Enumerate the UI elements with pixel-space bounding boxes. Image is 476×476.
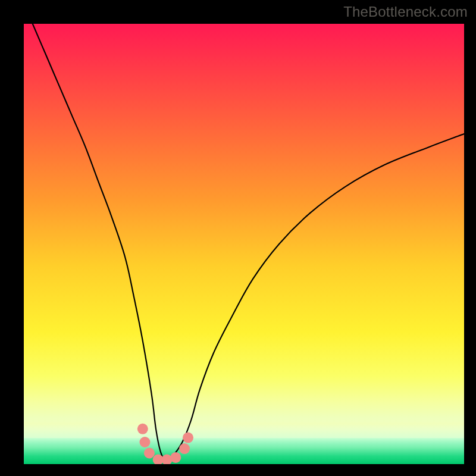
watermark-text: TheBottleneck.com <box>343 4 468 20</box>
trough-marker <box>170 452 181 463</box>
trough-marker <box>140 437 151 447</box>
curve-svg <box>24 24 464 464</box>
trough-marker <box>179 443 190 454</box>
trough-markers <box>137 424 193 464</box>
trough-marker <box>137 424 148 434</box>
bottleneck-curve <box>33 24 464 461</box>
plot-area <box>24 24 464 464</box>
trough-marker <box>144 448 155 459</box>
trough-marker <box>183 433 193 443</box>
chart-frame: TheBottleneck.com <box>0 0 476 476</box>
